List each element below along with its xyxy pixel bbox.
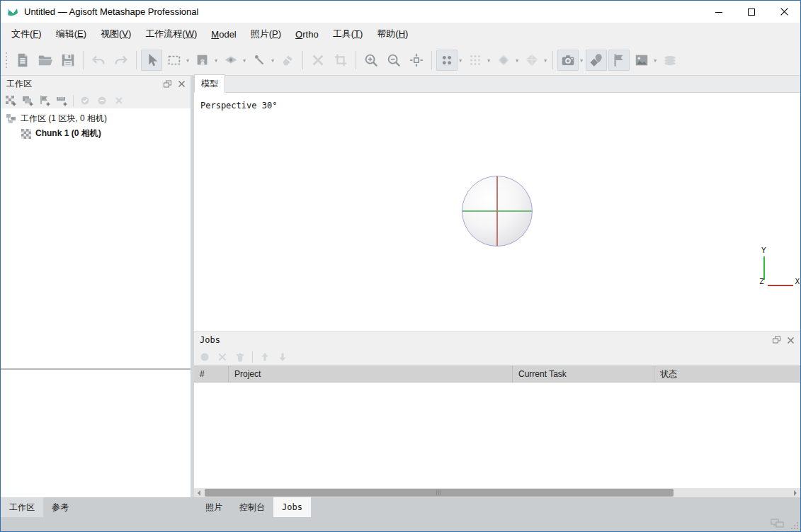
eraser-button[interactable] xyxy=(277,50,298,71)
measure-tool-button[interactable] xyxy=(249,50,270,71)
dropdown-arrow[interactable]: ▾ xyxy=(457,57,464,64)
close-icon xyxy=(178,80,186,88)
menu-model[interactable]: Model xyxy=(204,26,243,43)
show-images-button[interactable] xyxy=(631,50,652,71)
jobs-close-button[interactable] xyxy=(784,334,797,346)
tab-jobs[interactable]: Jobs xyxy=(273,497,311,517)
rotate-region-button[interactable] xyxy=(220,50,242,71)
save-project-button[interactable] xyxy=(57,50,79,71)
menu-help[interactable]: 帮助(H) xyxy=(370,24,415,44)
dropdown-arrow[interactable]: ▾ xyxy=(241,57,248,64)
jobs-float-button[interactable] xyxy=(770,334,783,346)
tab-model[interactable]: 模型 xyxy=(194,74,225,93)
menu-file[interactable]: 文件(F) xyxy=(4,24,49,44)
new-project-button[interactable] xyxy=(12,50,33,71)
zoom-in-icon xyxy=(363,52,379,68)
show-labels-button[interactable] xyxy=(608,50,630,71)
menu-photo[interactable]: 照片(P) xyxy=(244,24,288,44)
toolbar-separator xyxy=(356,51,356,69)
model-wireframe-icon xyxy=(524,52,540,68)
column-header-status[interactable]: 状态 xyxy=(654,366,800,382)
redo-button[interactable] xyxy=(110,50,132,71)
workspace-tree: 工作区 (1 区块, 0 相机) Chunk 1 (0 相机) xyxy=(1,108,191,368)
menu-ortho[interactable]: Ortho xyxy=(288,26,326,43)
model-viewport[interactable]: Perspective 30° Y Z X xyxy=(194,93,800,332)
dropdown-arrow[interactable]: ▾ xyxy=(513,57,521,64)
dropdown-arrow[interactable]: ▾ xyxy=(269,57,276,64)
column-header-current-task[interactable]: Current Task xyxy=(513,366,654,382)
close-icon xyxy=(780,7,789,16)
scroll-right-icon xyxy=(794,490,797,496)
horizontal-scrollbar xyxy=(194,488,800,497)
scroll-left-button[interactable] xyxy=(194,488,204,497)
dock-tab-strip: 工作区 参考 照片 控制台 Jobs xyxy=(1,497,800,517)
clear-jobs-button[interactable] xyxy=(232,350,248,364)
tree-item-chunk-1[interactable]: Chunk 1 (0 相机) xyxy=(1,126,191,141)
toolbar-separator xyxy=(136,51,137,69)
enable-item-button[interactable] xyxy=(77,94,93,108)
tab-photos[interactable]: 照片 xyxy=(197,497,231,517)
fit-view-icon xyxy=(409,52,424,68)
add-marker-button[interactable] xyxy=(37,94,52,108)
show-cameras-button[interactable] xyxy=(557,50,579,71)
remove-item-button[interactable] xyxy=(111,94,127,108)
dem-layers-icon xyxy=(662,52,678,68)
minimize-button[interactable] xyxy=(703,1,735,23)
menu-tools[interactable]: 工具(T) xyxy=(326,24,370,44)
add-photos-button[interactable] xyxy=(20,94,35,108)
tab-console[interactable]: 控制台 xyxy=(231,497,273,517)
zoom-out-button[interactable] xyxy=(383,50,404,71)
zoom-in-button[interactable] xyxy=(360,50,382,71)
workspace-panel-title: 工作区 xyxy=(6,78,32,90)
app-window: Untitled — Agisoft Metashape Professiona… xyxy=(0,0,801,532)
workspace-float-button[interactable] xyxy=(161,79,174,90)
run-job-button[interactable] xyxy=(197,350,212,364)
scrollbar-thumb[interactable] xyxy=(205,489,674,497)
open-project-button[interactable] xyxy=(35,50,56,71)
tree-item-workspace-root[interactable]: 工作区 (1 区块, 0 相机) xyxy=(1,111,191,126)
close-button[interactable] xyxy=(768,1,800,23)
select-tool-button[interactable] xyxy=(141,50,162,71)
menu-edit[interactable]: 编辑(E) xyxy=(49,24,93,44)
fit-view-button[interactable] xyxy=(406,50,427,71)
show-model-shaded-button[interactable] xyxy=(493,50,514,71)
show-dem-button[interactable] xyxy=(659,50,681,71)
dropdown-arrow[interactable]: ▾ xyxy=(542,57,549,64)
scroll-right-button[interactable] xyxy=(790,488,800,497)
menu-view[interactable]: 视图(V) xyxy=(93,24,138,44)
add-chunk-button[interactable] xyxy=(3,94,18,108)
workspace-close-button[interactable] xyxy=(175,79,188,90)
dropdown-arrow[interactable]: ▾ xyxy=(578,57,585,64)
show-markers-button[interactable] xyxy=(586,50,607,71)
jobs-table-header: # Project Current Task 状态 xyxy=(194,366,800,383)
crop-button[interactable] xyxy=(330,50,351,71)
column-header-project[interactable]: Project xyxy=(229,366,513,382)
show-tie-points-button[interactable] xyxy=(436,50,458,71)
show-point-cloud-button[interactable] xyxy=(465,50,486,71)
undo-button[interactable] xyxy=(88,50,109,71)
move-job-down-button[interactable] xyxy=(275,350,290,364)
move-region-button[interactable] xyxy=(192,50,213,71)
dropdown-arrow[interactable]: ▾ xyxy=(212,57,220,64)
dropdown-arrow[interactable]: ▾ xyxy=(485,57,492,64)
remove-job-button[interactable] xyxy=(215,350,230,364)
tab-reference[interactable]: 参考 xyxy=(43,497,77,517)
dropdown-arrow[interactable]: ▾ xyxy=(652,57,659,64)
show-model-wireframe-button[interactable] xyxy=(521,50,542,71)
workspace-panel-header: 工作区 xyxy=(1,76,191,92)
flag-icon xyxy=(611,52,627,68)
rectangle-selection-button[interactable] xyxy=(164,50,185,71)
disable-item-button[interactable] xyxy=(94,94,110,108)
add-scalebar-button[interactable] xyxy=(54,94,69,108)
crop-icon xyxy=(333,52,348,68)
resize-grip[interactable] xyxy=(790,521,799,530)
maximize-button[interactable] xyxy=(735,1,768,23)
dropdown-arrow[interactable]: ▾ xyxy=(184,57,191,64)
tab-workspace[interactable]: 工作区 xyxy=(1,497,43,517)
toolbar-grip[interactable] xyxy=(4,50,9,71)
measure-icon xyxy=(251,52,267,68)
move-job-up-button[interactable] xyxy=(257,350,273,364)
menu-workflow[interactable]: 工作流程(W) xyxy=(138,24,204,44)
delete-selection-button[interactable] xyxy=(307,50,329,71)
column-header-number[interactable]: # xyxy=(194,366,229,382)
